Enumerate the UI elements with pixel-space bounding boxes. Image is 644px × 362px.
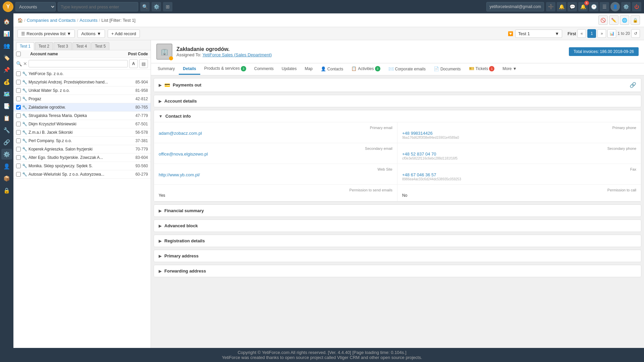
sidebar-config[interactable]: ⚙️ (1, 149, 12, 160)
sidebar-map[interactable]: 🗺️ (1, 88, 12, 99)
tab-summary[interactable]: Summary (154, 64, 179, 75)
records-preview-btn[interactable]: ☰ Records preview list ▼ (17, 29, 75, 38)
view-btn-4[interactable]: 🔒 (631, 15, 640, 25)
menu-btn[interactable]: ☰ (600, 2, 609, 11)
sidebar-home[interactable]: 🏠 (1, 16, 12, 27)
forwarding-address-header[interactable]: ▶ Forwarding address (154, 265, 641, 277)
payments-out-header[interactable]: ▶ 💳 Payments out 🔗 (154, 78, 641, 92)
logo[interactable]: Y (3, 1, 13, 12)
current-page-btn[interactable]: 1 (587, 29, 596, 38)
accounts-link[interactable]: Accounts (79, 18, 97, 23)
list-item[interactable]: 🔧 Myszyński Andrzej. Przedsiębiorstwo ha… (13, 78, 151, 86)
user-avatar[interactable]: 👤 (610, 2, 620, 11)
assigned-link[interactable]: YetiForce Sales (Sales Department) (203, 52, 272, 57)
prev-page-btn[interactable]: « (577, 29, 586, 38)
notifications-btn[interactable]: 🔔 (557, 2, 566, 11)
tab-activities[interactable]: 📋Activities3 (347, 63, 384, 75)
tab-updates[interactable]: Updates (278, 64, 301, 75)
secondary-email-link[interactable]: office@nova.elgiszewo.pl (159, 152, 208, 157)
sidebar-security[interactable]: 🔒 (1, 185, 12, 196)
sidebar-tasks[interactable]: 📋 (1, 113, 12, 123)
tab-products[interactable]: Products & services3 (200, 63, 250, 75)
gear-btn[interactable]: ⚙️ (621, 2, 631, 11)
grid-view-btn[interactable]: ⊞ (163, 2, 172, 11)
sidebar-tags[interactable]: 🏷️ (1, 52, 12, 63)
next-page-btn[interactable]: » (597, 29, 606, 38)
tab-test1[interactable]: Test 1 (16, 42, 34, 50)
module-select[interactable]: Accounts (15, 2, 56, 11)
tab-test3[interactable]: Test 3 (54, 42, 72, 50)
registration-header[interactable]: ▶ Registration details (154, 235, 641, 247)
tab-test5[interactable]: Test 5 (91, 42, 109, 50)
account-details-header[interactable]: ▶ Account details (154, 95, 641, 107)
list-search-input[interactable] (29, 60, 128, 67)
tab-more[interactable]: More ▼ (498, 64, 521, 75)
list-item[interactable]: 🔧 Progaz 42-812 (13, 95, 151, 103)
settings-icon-btn[interactable]: ⚙️ (152, 2, 161, 11)
filter-select[interactable]: Test 1 ▼ (515, 29, 562, 38)
list-item[interactable]: 🔧 Dkjm Krzysztof Wiśniewski 67-501 (13, 120, 151, 128)
primary-address-header[interactable]: ▶ Primary address (154, 250, 641, 262)
list-item[interactable]: 🔧 Zakładanie ogrodów. 80-765 (13, 103, 151, 112)
sidebar-links[interactable]: 🔗 (1, 137, 12, 147)
sidebar-contacts[interactable]: 👥 (1, 40, 12, 51)
payments-link-icon[interactable]: 🔗 (630, 82, 636, 88)
tab-documents[interactable]: 📄Documents (430, 64, 465, 75)
add-btn[interactable]: ➕ (546, 2, 555, 11)
view-btn-2[interactable]: ✏️ (609, 15, 619, 25)
sidebar-finance[interactable]: 💰 (1, 76, 12, 87)
list-item[interactable]: 🔧 Koperek Agnieszka. Salon fryzjerski 70… (13, 145, 151, 154)
tab-contacts[interactable]: 👤Contacts (317, 64, 347, 75)
sidebar-packages[interactable]: 📦 (1, 173, 12, 184)
topbar: Y Accounts 🔍 ⚙️ ⊞ yetiforcetestmail@gmai… (0, 0, 644, 13)
tab-test4[interactable]: Test 4 (72, 42, 91, 50)
tab-comments[interactable]: Comments (250, 64, 278, 75)
primary-phone-link[interactable]: +48 998314426 (402, 131, 433, 136)
list-item[interactable]: 🔧 Unikat Water Sp. z o.o. 81-958 (13, 86, 151, 95)
list-item[interactable]: 🔧 Perl Company. Sp.z o.o. 37-381 (13, 137, 151, 145)
add-record-btn[interactable]: + Add record (108, 29, 140, 38)
search-button[interactable]: 🔍 (140, 2, 150, 11)
search-icon[interactable]: 🔍 (16, 61, 22, 66)
search-input[interactable] (58, 2, 138, 11)
search-A-btn[interactable]: A (129, 59, 138, 68)
list-item[interactable]: 🔧 Alter Ego. Studio fryzjerskie. Zowczak… (13, 154, 151, 162)
contact-info-header[interactable]: ▼ Contact info (154, 110, 641, 122)
tab-details[interactable]: Details (179, 64, 200, 75)
view-btn-3[interactable]: 🌐 (620, 15, 629, 25)
sidebar-tools[interactable]: 🔧 (1, 125, 12, 135)
secondary-phone-link[interactable]: +48 52 837 04 70 (402, 152, 436, 157)
list-item[interactable]: 🔧 Autosar-Wieluński Sp. z o.o. Autoryzow… (13, 170, 151, 179)
companies-link[interactable]: Companies and Contacts (27, 18, 76, 23)
financial-summary-header[interactable]: ▶ Financial summary (154, 205, 641, 217)
col-name-header: Account name (30, 52, 123, 56)
sidebar-calendar[interactable]: 📌 (1, 64, 12, 75)
tab-test2[interactable]: Test 2 (35, 42, 53, 50)
advanced-block-header[interactable]: ▶ Advanced block (154, 220, 641, 232)
alerts-btn[interactable]: 🔔 6 (578, 2, 588, 11)
home-link[interactable]: 🏠 (17, 18, 23, 23)
select-all-checkbox[interactable] (16, 52, 21, 56)
fax-link[interactable]: +48 67 046 36 57 (402, 172, 436, 177)
chat-btn[interactable]: 💬 (568, 2, 577, 11)
primary-email-link[interactable]: adam@zobacz.com.pl (159, 131, 202, 136)
sidebar-dashboard[interactable]: 📊 (1, 28, 12, 39)
search-extra-btn[interactable]: ▤ (139, 59, 148, 68)
clear-search-icon[interactable]: ✕ (23, 61, 27, 66)
history-btn[interactable]: 🕐 (589, 2, 598, 11)
list-item[interactable]: 🔧 YetiForce Sp. z o.o. (13, 70, 151, 78)
sidebar-user[interactable]: 👤 (1, 161, 12, 172)
view-btn-1[interactable]: 🚫 (598, 15, 608, 25)
list-item[interactable]: 🔧 Z.m.a.i B. Jacek Sikorski 56-578 (13, 128, 151, 137)
sidebar-docs[interactable]: 📑 (1, 101, 12, 111)
tab-tickets[interactable]: 🎫Tickets1 (465, 63, 499, 75)
tab-corp-emails[interactable]: ✉️Corporate emails (384, 64, 430, 75)
website-link[interactable]: http://www.yb.com.pl/ (159, 172, 200, 177)
list-item[interactable]: 🔧 Monika. Sklep spożywczy. Sędek S. 93-5… (13, 162, 151, 170)
actions-btn[interactable]: Actions ▼ (77, 29, 105, 38)
tab-map[interactable]: Map (301, 64, 316, 75)
chart-btn[interactable]: 📊 (607, 29, 616, 38)
power-btn[interactable]: ⏻ (632, 2, 641, 11)
refresh-btn[interactable]: ↺ (631, 29, 640, 38)
list-item[interactable]: 🔧 Strugalska Teresa Maria. Opieka 47-779 (13, 112, 151, 120)
